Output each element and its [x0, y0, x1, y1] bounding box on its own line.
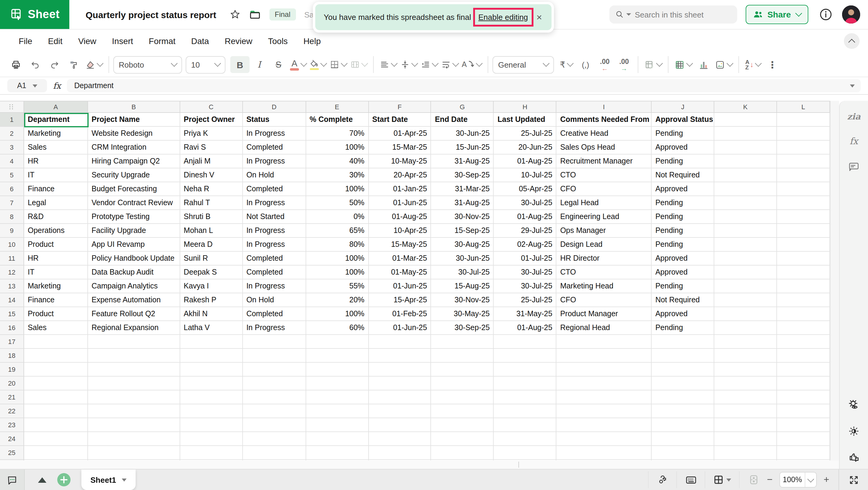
cell-D8[interactable]: Not Started	[243, 210, 306, 224]
cell-H20[interactable]	[494, 377, 557, 391]
horizontal-scrollbar[interactable]	[0, 460, 839, 469]
cell-J2[interactable]: Pending	[652, 127, 714, 141]
cell-A14[interactable]: Finance	[24, 293, 88, 307]
cell-B19[interactable]	[88, 363, 180, 377]
functions-icon[interactable]: fx	[849, 136, 858, 147]
cell-G13[interactable]: 15-Aug-25	[431, 279, 494, 293]
cell-E19[interactable]	[306, 363, 369, 377]
strikethrough-button[interactable]: S	[269, 56, 288, 73]
cell-D22[interactable]	[243, 404, 306, 418]
cell-C25[interactable]	[180, 446, 243, 460]
column-header-D[interactable]: D	[243, 101, 306, 113]
cell-H24[interactable]	[494, 432, 557, 446]
cell-F25[interactable]	[369, 446, 431, 460]
cell-G15[interactable]: 30-May-25	[431, 307, 494, 321]
cell-G25[interactable]	[431, 446, 494, 460]
cell-F16[interactable]: 01-Jun-25	[369, 321, 431, 335]
row-header-3[interactable]: 3	[0, 141, 24, 154]
cell-D20[interactable]	[243, 377, 306, 391]
cell-I18[interactable]	[557, 349, 652, 363]
user-avatar[interactable]	[842, 5, 860, 24]
cell-L2[interactable]	[777, 127, 830, 141]
cell-A18[interactable]	[24, 349, 88, 363]
cell-G3[interactable]: 15-Jun-25	[431, 141, 494, 154]
cell-K3[interactable]	[714, 141, 777, 154]
cell-J5[interactable]: Not Required	[652, 168, 714, 182]
zoom-level-select[interactable]: 100%	[779, 472, 817, 488]
cell-I4[interactable]: Recruitment Manager	[557, 154, 652, 168]
cell-A1[interactable]: Department	[24, 113, 88, 127]
cell-A22[interactable]	[24, 404, 88, 418]
cell-D14[interactable]: On Hold	[243, 293, 306, 307]
cell-D12[interactable]: Completed	[243, 265, 306, 279]
cell-J19[interactable]	[652, 363, 714, 377]
cell-L15[interactable]	[777, 307, 830, 321]
row-header-9[interactable]: 9	[0, 224, 24, 238]
cell-D13[interactable]: In Progress	[243, 279, 306, 293]
cell-L11[interactable]	[777, 252, 830, 265]
collapse-toolbar-button[interactable]	[844, 33, 860, 49]
cell-G18[interactable]	[431, 349, 494, 363]
cell-L22[interactable]	[777, 404, 830, 418]
cell-J10[interactable]: Pending	[652, 238, 714, 252]
cell-E5[interactable]: 30%	[306, 168, 369, 182]
cell-K17[interactable]	[714, 335, 777, 349]
cell-D21[interactable]	[243, 391, 306, 404]
cell-K5[interactable]	[714, 168, 777, 182]
cell-B7[interactable]: Vendor Contract Review	[88, 196, 180, 210]
info-icon[interactable]	[819, 8, 832, 21]
cell-H19[interactable]	[494, 363, 557, 377]
cell-E16[interactable]: 60%	[306, 321, 369, 335]
chat-button[interactable]	[0, 469, 25, 490]
column-header-A[interactable]: A	[24, 101, 88, 113]
cell-C13[interactable]: Kavya I	[180, 279, 243, 293]
insert-image-button[interactable]	[713, 56, 735, 73]
redo-button[interactable]	[44, 56, 64, 73]
cell-A16[interactable]: Sales	[24, 321, 88, 335]
cell-C9[interactable]: Mohan L	[180, 224, 243, 238]
cell-B21[interactable]	[88, 391, 180, 404]
number-format-select[interactable]: General	[493, 56, 554, 73]
keyboard-shortcuts-button[interactable]	[682, 471, 700, 488]
feedback-icon[interactable]	[848, 451, 860, 463]
column-header-J[interactable]: J	[652, 101, 714, 113]
cell-E12[interactable]: 100%	[306, 265, 369, 279]
cell-E15[interactable]: 100%	[306, 307, 369, 321]
cell-L18[interactable]	[777, 349, 830, 363]
cell-E4[interactable]: 40%	[306, 154, 369, 168]
merge-cells-button[interactable]	[348, 56, 369, 73]
cell-H17[interactable]	[494, 335, 557, 349]
cell-D15[interactable]: Completed	[243, 307, 306, 321]
currency-format-button[interactable]: ₹	[557, 56, 576, 73]
cell-J18[interactable]	[652, 349, 714, 363]
cell-H9[interactable]: 29-Jul-25	[494, 224, 557, 238]
cell-A10[interactable]: Product	[24, 238, 88, 252]
cell-B9[interactable]: Facility Upgrade	[88, 224, 180, 238]
cell-D3[interactable]: Completed	[243, 141, 306, 154]
eraser-button[interactable]	[83, 56, 104, 73]
cell-C23[interactable]	[180, 418, 243, 432]
cell-K11[interactable]	[714, 252, 777, 265]
cell-L20[interactable]	[777, 377, 830, 391]
cell-E21[interactable]	[306, 391, 369, 404]
row-header-16[interactable]: 16	[0, 321, 24, 335]
cell-J1[interactable]: Approval Status	[652, 113, 714, 127]
cell-F6[interactable]: 01-Jan-25	[369, 182, 431, 196]
cell-F17[interactable]	[369, 335, 431, 349]
cell-E6[interactable]: 100%	[306, 182, 369, 196]
text-rotate-button[interactable]: A	[460, 56, 484, 73]
vertical-align-button[interactable]	[398, 56, 419, 73]
cell-C5[interactable]: Dinesh V	[180, 168, 243, 182]
row-header-21[interactable]: 21	[0, 391, 24, 404]
cell-J8[interactable]: Pending	[652, 210, 714, 224]
cell-K16[interactable]	[714, 321, 777, 335]
cell-A5[interactable]: IT	[24, 168, 88, 182]
row-header-15[interactable]: 15	[0, 307, 24, 321]
text-color-button[interactable]: A	[288, 56, 308, 73]
cell-L19[interactable]	[777, 363, 830, 377]
menu-tools[interactable]: Tools	[260, 33, 296, 50]
column-header-F[interactable]: F	[369, 101, 431, 113]
cell-D11[interactable]: Completed	[243, 252, 306, 265]
cell-B6[interactable]: Budget Forecasting	[88, 182, 180, 196]
horizontal-align-button[interactable]	[378, 56, 398, 73]
